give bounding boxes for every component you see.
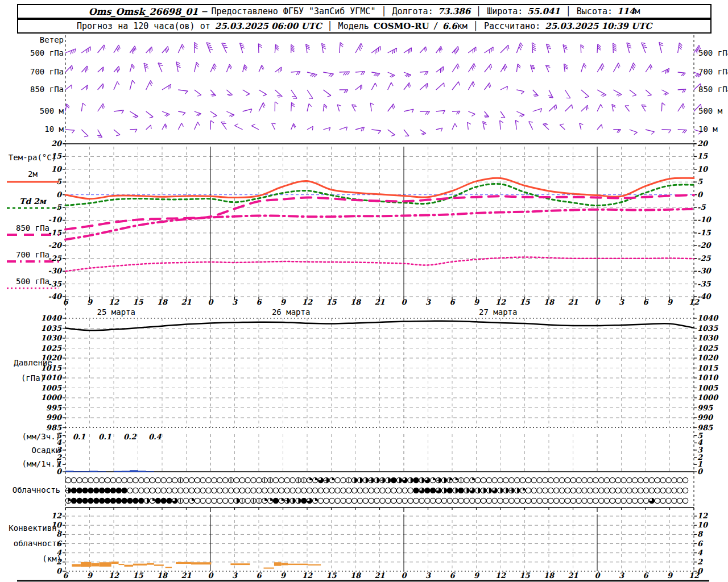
hour-label-bottom: 6 <box>250 572 267 580</box>
wind-level-label-right: 500 гПа <box>698 49 728 57</box>
pressure-ytick-right: 1030 <box>697 334 720 342</box>
calc-datetime: 25.03.2025 10:39 UTC <box>545 21 652 31</box>
hour-label-bottom: 18 <box>347 572 364 580</box>
wind-barbs-row-500м <box>65 102 701 118</box>
hour-label-bottom: 15 <box>130 572 147 580</box>
temp-ytick-left: -25 <box>33 255 61 263</box>
model-name: COSMO-RU <box>374 21 429 31</box>
hour-label-mid: 21 <box>178 298 195 306</box>
temp-ytick-left: 5 <box>33 178 61 186</box>
hour-label-mid: 3 <box>420 298 437 306</box>
altitude-unit: м <box>635 6 640 16</box>
cloud-okta-row-middle <box>65 488 688 493</box>
cloudiness-panel-title: Облачность <box>3 486 60 494</box>
temp-ytick-right: -5 <box>697 203 720 211</box>
temp-ytick-right: 15 <box>697 152 720 160</box>
temp-series-700 гПа <box>65 209 694 240</box>
wind-level-label-right: 500 м <box>698 107 728 115</box>
model-resolution: 6.6 <box>442 21 457 31</box>
wind-level-label-right: 850 гПа <box>698 85 728 94</box>
cloud-okta-row-low <box>65 498 688 503</box>
hour-label-mid: 9 <box>661 298 679 306</box>
temp-ytick-left: -20 <box>33 242 61 250</box>
date-label: 26 марта <box>266 308 317 317</box>
precip-3h-total: 0.4 <box>146 433 163 441</box>
pressure-ytick-left: 1035 <box>33 325 61 332</box>
hour-label-mid: 0 <box>202 298 219 306</box>
temp-ytick-left: 15 <box>33 152 61 160</box>
hour-label-bottom: 3 <box>226 572 243 580</box>
pressure-ytick-right: 1025 <box>697 344 720 352</box>
dash: – <box>202 6 207 16</box>
hour-label-mid: 15 <box>130 298 147 306</box>
hour-label-bottom: 12 <box>299 572 316 580</box>
meteogram-plot <box>0 0 728 582</box>
meteogram-page: Oms_Omsk_26698_01 – Предоставлено ФГБУ "… <box>0 0 728 582</box>
forecast-prefix: Прогноз на 120 часа(ов) от <box>77 21 210 31</box>
run-datetime: 25.03.2025 06:00 UTC <box>215 21 322 31</box>
pressure-ytick-right: 995 <box>697 404 720 412</box>
longitude-value: 73.386 <box>438 6 470 16</box>
hour-label-mid: 15 <box>516 298 533 306</box>
hour-label-mid: 6 <box>444 298 461 306</box>
pressure-ytick-right: 1000 <box>697 394 720 402</box>
hour-label-mid: 12 <box>685 298 702 306</box>
convective-ytick-right: 6 <box>697 540 714 548</box>
pressure-ytick-right: 1035 <box>697 325 720 332</box>
pressure-ytick-left: 1020 <box>33 354 61 362</box>
wind-level-label-left: 700 гПа <box>23 68 64 76</box>
temp-ytick-left: -15 <box>33 229 61 237</box>
hour-label-bottom: 12 <box>105 572 122 580</box>
hour-label-mid: 0 <box>589 298 606 306</box>
hour-label-mid: 15 <box>323 298 340 306</box>
hour-label-bottom: 21 <box>178 572 195 580</box>
temp-ytick-right: -25 <box>697 255 720 263</box>
temp-ytick-left: 20 <box>33 140 61 148</box>
hour-label-bottom: 0 <box>202 572 219 580</box>
wind-barbs-row-850гПа <box>65 80 701 98</box>
hour-label-bottom: 21 <box>371 572 388 580</box>
hour-label-mid: 12 <box>299 298 316 306</box>
temp-ytick-right: 0 <box>697 191 720 199</box>
hour-label-mid: 9 <box>81 298 98 306</box>
pressure-ytick-left: 985 <box>33 424 61 432</box>
date-label: 27 марта <box>473 308 524 317</box>
precip-3h-total: 0.1 <box>71 433 88 441</box>
convective-bands <box>72 562 321 569</box>
temp-ytick-left: -35 <box>33 280 61 288</box>
hour-label-bottom: 3 <box>613 572 630 580</box>
hour-label-mid: 0 <box>395 298 412 306</box>
pressure-ytick-left: 1040 <box>33 314 61 322</box>
hour-label-bottom: 6 <box>637 572 654 580</box>
pressure-ytick-left: 995 <box>33 404 61 412</box>
temp-ytick-right: -15 <box>697 229 720 237</box>
date-label: 25 марта <box>90 308 142 317</box>
temp-series-850 гПа <box>65 195 694 230</box>
precip-ytick-right: 0 <box>697 468 714 476</box>
pressure-ytick-left: 1015 <box>33 364 61 372</box>
altitude-label: Высота: <box>577 6 613 16</box>
pressure-ytick-right: 1005 <box>697 384 720 392</box>
wind-panel-title: Ветер <box>23 36 64 44</box>
pressure-ytick-right: 1010 <box>697 374 720 382</box>
temp-ytick-right: 5 <box>697 178 720 186</box>
temp-ytick-left: 0 <box>33 191 61 199</box>
pressure-ytick-left: 1030 <box>33 334 61 342</box>
hour-label-mid: 9 <box>275 298 292 306</box>
hour-label-bottom: 0 <box>395 572 412 580</box>
convective-ytick-left: 8 <box>43 530 61 538</box>
pressure-ytick-left: 1010 <box>33 374 61 382</box>
wind-barbs-row-10м <box>65 120 702 138</box>
provider-text: Предоставлено ФГБУ "ЗапСиб УГМС" <box>211 6 375 16</box>
hour-label-bottom: 12 <box>685 572 702 580</box>
precip-ytick-left: 0 <box>43 468 61 476</box>
hour-label-mid: 6 <box>57 298 74 306</box>
hour-label-mid: 3 <box>613 298 630 306</box>
temp-ytick-left: -10 <box>33 216 61 224</box>
precip-3h-total: 0.2 <box>121 433 138 441</box>
header-row-2: Прогноз на 120 часа(ов) от 25.03.2025 06… <box>17 19 712 34</box>
wind-barbs-row-700гПа <box>65 62 701 77</box>
latitude-value: 55.041 <box>527 6 560 16</box>
convective-ytick-left: 6 <box>43 540 61 548</box>
temp-ytick-right: -30 <box>697 267 720 275</box>
